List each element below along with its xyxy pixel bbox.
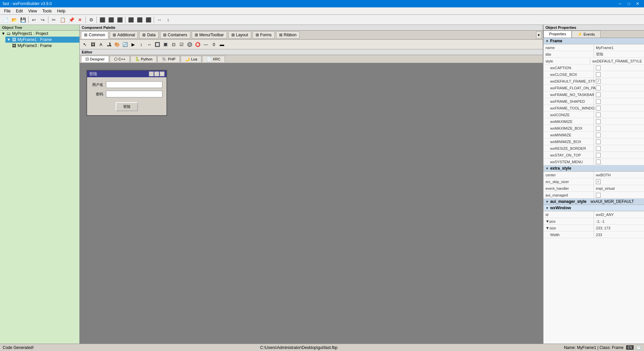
editor-tab-xrc[interactable]: 📄 XRC (202, 56, 225, 62)
prop-wxcaption-val[interactable] (594, 64, 644, 71)
settings-button[interactable]: ⚙ (87, 16, 95, 24)
prop-wxclosebox-val[interactable] (594, 71, 644, 78)
menu-tools[interactable]: Tools (40, 8, 54, 14)
props-tab-events[interactable]: ⚡ Events (572, 31, 601, 38)
username-input[interactable] (106, 81, 162, 88)
checkbox-wxiconize[interactable] (596, 113, 601, 117)
palette-icon-bitmap[interactable]: 🏞 (105, 41, 113, 48)
undo-button[interactable]: ↩ (30, 16, 38, 24)
minimize-button[interactable]: ─ (616, 0, 624, 7)
redo-button[interactable]: ↪ (39, 16, 47, 24)
palette-icon-refresh[interactable]: 🔄 (121, 41, 129, 48)
editor-tab-python[interactable]: 🐍 Python (130, 56, 157, 62)
prop-id-val[interactable]: wxID_ANY (594, 211, 644, 218)
checkbox-wxcaption[interactable] (596, 65, 601, 70)
editor-tab-cpp[interactable]: ⬡ C++ (110, 56, 130, 62)
palette-icon-checkbox[interactable]: ☑ (178, 41, 185, 48)
prop-wxframetoolwindo-val[interactable] (594, 105, 644, 111)
tab-additional[interactable]: ⊞ Additional (110, 31, 138, 39)
prop-wxsystemmenu-val[interactable] (594, 159, 644, 165)
tree-item-project[interactable]: ▼ 🗂 MyProject1 : Project (0, 31, 79, 37)
prop-center-val[interactable]: wxBOTH (594, 172, 644, 178)
tab-layout[interactable]: ⊞ Layout (228, 31, 251, 39)
prop-eventhandler-val[interactable]: impl_virtual (594, 185, 644, 191)
prop-title-val[interactable]: 登陆 (594, 51, 644, 57)
palette-icon-zero[interactable]: 0 (210, 41, 218, 48)
tree-item-myframe1[interactable]: ▼ 🖼 MyFrame1 : Frame (5, 37, 79, 43)
frame-max-btn[interactable]: □ (154, 72, 159, 76)
palette-icon-color[interactable]: 🎨 (113, 41, 121, 48)
checkbox-wxsystemmenu[interactable] (596, 160, 601, 164)
prop-wxframefloat-val[interactable] (594, 85, 644, 91)
checkbox-wxclosebox[interactable] (596, 72, 601, 77)
tab-menutoolbar[interactable]: ⊞ Menu/Toolbar (192, 31, 227, 39)
checkbox-wxframenotaskbar[interactable] (596, 92, 601, 97)
palette-icon-pointer[interactable]: ↖ (81, 41, 88, 48)
align-top-button[interactable]: ⬛ (127, 16, 135, 24)
prop-wxminimize-val[interactable] (594, 132, 644, 138)
prop-wxstayontop-val[interactable] (594, 152, 644, 158)
checkbox-wxdefaultframe[interactable] (596, 79, 601, 84)
section-wxwindow-header[interactable]: ▼ wxWindow (543, 205, 644, 211)
save-button[interactable]: 💾 (19, 16, 27, 24)
tab-data[interactable]: ⊞ Data (139, 31, 158, 39)
section-extrastyle-header[interactable]: ▼ extra_style (543, 165, 644, 172)
palette-icon-grid[interactable]: ⊡ (170, 41, 177, 48)
palette-icon-scrollbar[interactable]: ↔ (146, 41, 153, 48)
expand-v-button[interactable]: ↕ (164, 16, 172, 24)
align-right-button[interactable]: ⬛ (116, 16, 124, 24)
editor-tab-php[interactable]: 🐘 PHP (157, 56, 180, 62)
delete-button[interactable]: ✕ (76, 16, 84, 24)
editor-tab-lua[interactable]: 🌙 Lua (181, 56, 201, 62)
tab-common[interactable]: ⊞ Common (81, 31, 108, 39)
prop-wxminimizebox-val[interactable] (594, 138, 644, 145)
prop-wxmaximize-val[interactable] (594, 118, 644, 125)
paste-button[interactable]: 📌 (67, 16, 75, 24)
prop-wxresizeborder-val[interactable] (594, 145, 644, 151)
frame-close-btn[interactable]: ✕ (160, 72, 164, 76)
login-button[interactable]: 登陆 (116, 102, 138, 111)
section-auimanagerstyle-header[interactable]: ▼ aui_manager_style wxAUI_MGR_DEFAULT (543, 199, 644, 205)
checkbox-wxframetoolwindo[interactable] (596, 106, 601, 111)
palette-icon-text[interactable]: A (97, 41, 105, 48)
checkbox-wxstayontop[interactable] (596, 153, 601, 158)
palette-icon-notebook[interactable]: 🔳 (162, 41, 169, 48)
tab-forms[interactable]: ⊞ Forms (253, 31, 275, 39)
prop-wxiconize-val[interactable] (594, 112, 644, 118)
checkbox-wxresizeborder[interactable] (596, 146, 601, 151)
menu-view[interactable]: View (26, 8, 40, 14)
copy-button[interactable]: 📋 (59, 16, 67, 24)
palette-icon-progress[interactable]: ▬ (218, 41, 226, 48)
prop-wxframeshaped-val[interactable] (594, 98, 644, 104)
tab-ribbon[interactable]: ⊞ Ribbon (276, 31, 300, 39)
prop-wxmaximizebox-val[interactable] (594, 125, 644, 131)
palette-scroll-button[interactable]: ▼ (536, 31, 541, 39)
tab-containers[interactable]: ⊞ Containers (160, 31, 190, 39)
section-frame-header[interactable]: ▼ Frame (543, 38, 644, 44)
prop-name-val[interactable]: MyFrame1 (594, 44, 644, 51)
cut-button[interactable]: ✂ (50, 16, 58, 24)
props-tab-properties[interactable]: Properties (543, 31, 572, 38)
palette-icon-radio[interactable]: 🔘 (186, 41, 193, 48)
align-middle-button[interactable]: ⬛ (136, 16, 144, 24)
palette-icon-sep[interactable]: — (202, 41, 210, 48)
prop-wxframenotaskbar-val[interactable] (594, 91, 644, 98)
palette-icon-spinctrl[interactable]: ↕ (138, 41, 145, 48)
checkbox-xrcskipsizer[interactable] (596, 179, 601, 184)
prop-pos-val[interactable]: -1; -1 (594, 218, 644, 224)
align-left-button[interactable]: ⬛ (98, 16, 106, 24)
tree-item-myframe3[interactable]: 🖼 MyFrame3 : Frame (11, 43, 79, 49)
prop-auimanaged-val[interactable] (594, 192, 644, 198)
menu-help[interactable]: Help (54, 8, 68, 14)
align-bottom-button[interactable]: ⬛ (144, 16, 152, 24)
checkbox-wxframeshaped[interactable] (596, 99, 601, 104)
menu-file[interactable]: File (1, 8, 13, 14)
palette-icon-frame[interactable]: 🖼 (89, 41, 97, 48)
expand-h-button[interactable]: ↔ (155, 16, 163, 24)
new-button[interactable]: 📄 (1, 16, 9, 24)
palette-icon-button[interactable]: ▶ (129, 41, 137, 48)
prop-style-val[interactable]: wxDEFAULT_FRAME_STYLE (590, 58, 644, 64)
frame-min-btn[interactable]: _ (149, 72, 154, 76)
prop-width-val[interactable]: 233 (594, 231, 644, 238)
checkbox-wxminimize[interactable] (596, 133, 601, 137)
